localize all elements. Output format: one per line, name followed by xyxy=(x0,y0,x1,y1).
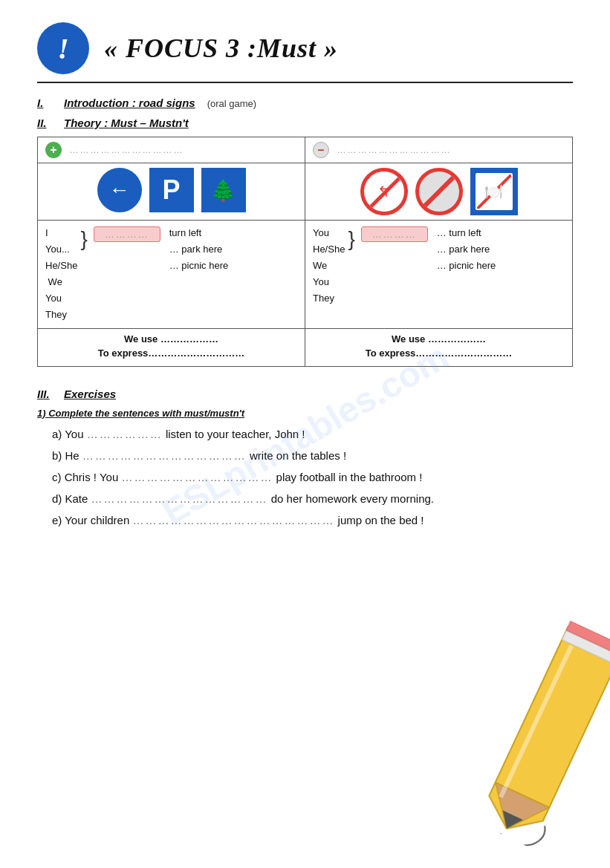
minus-modal: ………… xyxy=(361,226,428,242)
minus-header-cell: – …………………………… xyxy=(305,137,573,163)
minus-conj-cell: YouHe/SheWeYouThey } ………… … turn left … … xyxy=(305,221,573,329)
minus-signs-cell: ↰ 🍽️ xyxy=(305,163,573,221)
minus-signs: ↰ 🍽️ xyxy=(313,168,565,215)
pencil-svg xyxy=(463,615,610,855)
info-icon: ! xyxy=(37,22,89,74)
we-use-row: We use ……………… To express………………………… We us… xyxy=(38,328,573,366)
plus-modal-box: ………… xyxy=(91,225,163,244)
section1-num: I. xyxy=(37,97,58,109)
letter-e: e) xyxy=(52,514,65,526)
section2-num: II. xyxy=(37,117,58,129)
section1-note: (oral game) xyxy=(207,98,256,109)
exercise-text-d: Kate …………………………………… do her homework ever… xyxy=(65,492,434,505)
plus-bracket: } xyxy=(80,226,87,252)
section1-row: I. Introduction : road signs (oral game) xyxy=(37,97,573,109)
minus-we-use-cell: We use ……………… To express………………………… xyxy=(305,328,573,366)
plus-modal: ………… xyxy=(94,226,160,242)
plus-pronouns: IYou...He/She WeYouThey xyxy=(45,225,77,324)
section2-row: II. Theory : Must – Mustn't xyxy=(37,117,573,129)
no-parking-sign xyxy=(415,168,463,215)
info-symbol: ! xyxy=(57,31,69,66)
theory-table: + …………………………… – …………………………… ← P 🌲 xyxy=(37,137,573,367)
exercise-item-a: a) You ……………… listen to your teacher, Jo… xyxy=(52,428,573,440)
parking-sign: P xyxy=(149,168,194,212)
exercise-text-a: You ……………… listen to your teacher, John … xyxy=(65,428,305,440)
left-arrow-sign: ← xyxy=(97,168,142,212)
plus-we-use: We use ……………… xyxy=(45,333,297,345)
plus-phrases: turn left … park here … picnic here xyxy=(169,225,228,274)
plus-signs-cell: ← P 🌲 xyxy=(38,163,305,221)
signs-row: ← P 🌲 ↰ xyxy=(38,163,573,221)
exercise-text-b: He ………………………………… write on the tables ! xyxy=(65,449,347,462)
page-title: « FOCUS 3 :Must » xyxy=(104,33,338,64)
plus-conj-cell: IYou...He/She WeYouThey } ………… turn left… xyxy=(38,221,305,329)
exercise1-container: 1) Complete the sentences with must/must… xyxy=(37,408,573,526)
exercise-item-d: d) Kate …………………………………… do her homework e… xyxy=(52,492,573,505)
header-row: + …………………………… – …………………………… xyxy=(38,137,573,163)
left-arrow-icon: ← xyxy=(109,178,130,202)
page-header: ! « FOCUS 3 :Must » xyxy=(37,22,573,74)
plus-to-express: To express………………………… xyxy=(45,347,297,359)
exercise1-label: 1) Complete the sentences with must/must… xyxy=(37,408,573,419)
no-turn-icon: ↰ xyxy=(377,183,390,200)
minus-to-express: To express………………………… xyxy=(313,347,565,359)
plus-dots: …………………………… xyxy=(69,145,184,155)
letter-c: c) xyxy=(52,471,65,483)
letter-b: b) xyxy=(52,449,65,462)
picnic-sign: 🌲 xyxy=(201,168,246,212)
conjugation-row: IYou...He/She WeYouThey } ………… turn left… xyxy=(38,221,573,329)
no-picnic-inner: 🍽️ xyxy=(476,173,513,210)
minus-icon: – xyxy=(313,142,329,158)
exercise-text-c: Chris ! You ……………………………… play football i… xyxy=(65,471,423,483)
section3-row: III. Exercises xyxy=(37,388,573,400)
letter-a: a) xyxy=(52,428,65,440)
exercise-item-e: e) Your children ………………………………………… jump o… xyxy=(52,514,573,526)
minus-conj-inner: YouHe/SheWeYouThey } ………… … turn left … … xyxy=(313,225,565,307)
no-turn-sign: ↰ xyxy=(360,168,408,215)
plus-we-use-cell: We use ……………… To express………………………… xyxy=(38,328,305,366)
minus-pronouns: YouHe/SheWeYouThey xyxy=(313,225,345,307)
minus-phrases: … turn left … park here … picnic here xyxy=(437,225,496,274)
exercise-item-b: b) He ………………………………… write on the tables … xyxy=(52,449,573,462)
no-picnic-icon: 🍽️ xyxy=(484,183,503,200)
header-divider xyxy=(37,82,573,83)
exercise-text-e: Your children ………………………………………… jump on t… xyxy=(65,514,424,526)
no-picnic-sign: 🍽️ xyxy=(470,168,518,215)
parking-letter: P xyxy=(162,174,180,206)
letter-d: d) xyxy=(52,492,65,505)
plus-conj-inner: IYou...He/She WeYouThey } ………… turn left… xyxy=(45,225,297,324)
minus-bracket: } xyxy=(348,226,354,252)
minus-modal-box: ………… xyxy=(358,225,431,244)
plus-signs: ← P 🌲 xyxy=(45,168,297,212)
tree-icon: 🌲 xyxy=(210,178,236,203)
plus-icon: + xyxy=(45,142,62,158)
section3-num: III. xyxy=(37,388,58,400)
exercise-item-c: c) Chris ! You ……………………………… play footbal… xyxy=(52,471,573,483)
section2-label: Theory : Must – Mustn't xyxy=(64,117,189,129)
section1-label: Introduction : road signs xyxy=(64,97,195,109)
minus-we-use: We use ……………… xyxy=(313,333,565,345)
plus-header-cell: + …………………………… xyxy=(38,137,305,163)
minus-dots: …………………………… xyxy=(337,145,451,155)
section3-label: Exercises xyxy=(64,388,116,400)
